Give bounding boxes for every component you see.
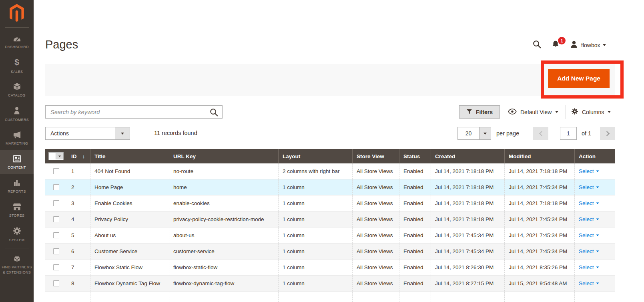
select-action-link[interactable]: Select <box>579 200 594 206</box>
search-icon[interactable] <box>532 40 542 50</box>
sidebar-item-find-partners[interactable]: FIND PARTNERS & EXTENSIONS <box>0 250 34 279</box>
select-action-link[interactable]: Select <box>579 280 594 286</box>
filters-button[interactable]: Filters <box>459 105 500 119</box>
cell-title: Home Page <box>90 179 169 195</box>
sidebar-item-label: MARKETING <box>2 141 32 146</box>
table-row: 4Privacy Policyprivacy-policy-cookie-res… <box>45 211 615 228</box>
cell-modified: Jul 14, 2021 7:18:18 PM <box>504 163 574 179</box>
sidebar-item-sales[interactable]: $ SALES <box>0 54 34 78</box>
row-checkbox[interactable] <box>53 248 59 254</box>
cell-status: Enabled <box>399 244 431 259</box>
cell-status: Enabled <box>399 260 431 275</box>
row-checkbox-cell <box>45 163 67 179</box>
chevron-down-icon <box>596 218 599 220</box>
row-checkbox[interactable] <box>53 184 59 190</box>
row-checkbox[interactable] <box>53 216 59 222</box>
sidebar-item-label: REPORTS <box>2 189 32 194</box>
search-icon[interactable] <box>209 108 219 119</box>
row-checkbox[interactable] <box>53 200 59 206</box>
cell-store-view: All Store Views <box>352 228 399 243</box>
cell-id: 4 <box>67 211 90 227</box>
account-menu[interactable]: flowbox <box>570 40 606 50</box>
previous-page-button[interactable] <box>533 127 548 140</box>
sidebar-item-label: CONTENT <box>2 165 32 170</box>
search-input[interactable] <box>46 106 222 118</box>
column-header-action[interactable]: Action <box>574 149 615 163</box>
sidebar-item-marketing[interactable]: MARKETING <box>0 126 34 150</box>
default-view-control[interactable]: Default View <box>508 105 558 119</box>
column-header-layout[interactable]: Layout <box>278 149 352 163</box>
cell-status: Enabled <box>399 211 431 227</box>
cell-id: 6 <box>67 244 90 259</box>
table-row: 7Flowbox Static Flowflowbox-static-flow1… <box>45 260 615 276</box>
cell-created: Jul 14, 2021 7:18:18 PM <box>431 163 504 179</box>
notifications-button[interactable]: 1 <box>551 40 560 50</box>
magento-logo[interactable] <box>0 0 34 26</box>
storefront-icon <box>12 203 22 211</box>
select-action-link[interactable]: Select <box>579 184 594 190</box>
view-label: Default View <box>520 109 552 115</box>
column-header-id[interactable]: ID ↓ <box>67 149 90 163</box>
select-action-link[interactable]: Select <box>579 232 594 238</box>
column-header-status[interactable]: Status <box>399 149 431 163</box>
empty-cell <box>431 292 504 302</box>
select-action-link[interactable]: Select <box>579 248 594 254</box>
per-page-dropdown[interactable]: 20 <box>457 127 491 140</box>
table-row: 2Home Pagehome1 columnAll Store ViewsEna… <box>45 179 615 195</box>
select-action-link[interactable]: Select <box>579 216 594 222</box>
select-action-link[interactable]: Select <box>579 264 594 270</box>
sidebar-item-system[interactable]: SYSTEM <box>0 222 34 246</box>
user-icon <box>570 40 578 50</box>
sidebar-item-catalog[interactable]: CATALOG <box>0 78 34 102</box>
column-header-url-key[interactable]: URL Key <box>169 149 278 163</box>
cell-status: Enabled <box>399 179 431 195</box>
chevron-down-icon <box>555 111 558 113</box>
row-checkbox[interactable] <box>53 280 59 286</box>
column-header-created[interactable]: Created <box>431 149 504 163</box>
cell-modified: Jul 14, 2021 8:35:26 PM <box>504 260 574 275</box>
per-page-label: per page <box>496 130 519 137</box>
row-checkbox-cell <box>45 211 67 227</box>
chevron-left-icon <box>539 131 544 136</box>
sidebar-item-stores[interactable]: STORES <box>0 198 34 222</box>
cell-modified: Jul 14, 2021 7:45:34 PM <box>504 228 574 243</box>
column-header-store-view[interactable]: Store View <box>352 149 399 163</box>
cell-id: 7 <box>67 260 90 275</box>
cell-action: Select <box>574 163 615 179</box>
username: flowbox <box>581 42 600 48</box>
add-new-page-button[interactable]: Add New Page <box>548 69 610 88</box>
sidebar-item-customers[interactable]: CUSTOMERS <box>0 102 34 126</box>
row-checkbox[interactable] <box>53 264 59 270</box>
cell-layout: 1 column <box>278 179 352 195</box>
column-header-title[interactable]: Title <box>90 149 169 163</box>
select-action-link[interactable]: Select <box>579 168 594 174</box>
row-checkbox[interactable] <box>53 168 59 174</box>
column-header-modified[interactable]: Modified <box>504 149 574 163</box>
cell-url-key: flowbox-dynamic-tag-flow <box>169 276 278 291</box>
columns-control[interactable]: Columns <box>571 105 611 119</box>
table-row: 3Enable Cookiesenable-cookies1 columnAll… <box>45 195 615 211</box>
select-all-header[interactable] <box>45 149 67 163</box>
next-page-button[interactable] <box>600 127 615 140</box>
select-all-dropdown[interactable] <box>56 153 63 159</box>
current-page-input[interactable] <box>560 127 577 140</box>
columns-label: Columns <box>582 109 604 115</box>
cell-action: Select <box>574 195 615 211</box>
cell-created: Jul 14, 2021 8:26:30 PM <box>431 260 504 275</box>
cell-url-key: privacy-policy-cookie-restriction-mode <box>169 211 278 227</box>
actions-dropdown[interactable]: Actions <box>45 127 130 140</box>
row-checkbox[interactable] <box>53 232 59 238</box>
select-all-checkbox[interactable] <box>49 153 56 159</box>
cell-layout: 1 column <box>278 260 352 275</box>
cell-created: Jul 14, 2021 8:27:15 PM <box>431 276 504 291</box>
sidebar-item-reports[interactable]: REPORTS <box>0 174 34 198</box>
keyword-search <box>45 105 223 119</box>
sidebar-item-dashboard[interactable]: DASHBOARD <box>0 30 34 54</box>
bell-icon <box>551 43 560 50</box>
sidebar-item-content[interactable]: CONTENT <box>0 150 34 174</box>
cell-title: 404 Not Found <box>90 163 169 179</box>
table-row: 1404 Not Foundno-route2 columns with rig… <box>45 163 615 179</box>
layout-icon <box>12 154 22 163</box>
person-icon <box>12 106 21 115</box>
table-row-partial <box>45 292 615 302</box>
